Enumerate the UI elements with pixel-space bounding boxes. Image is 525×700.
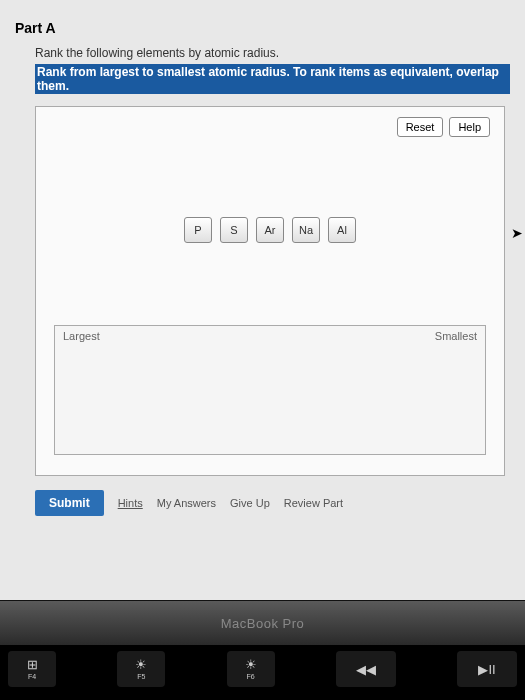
reset-button[interactable]: Reset bbox=[397, 117, 444, 137]
key-f5: ☀ F5 bbox=[117, 651, 165, 687]
keyboard-brightness-up-icon: ☀ bbox=[245, 658, 257, 671]
action-bar: Submit Hints My Answers Give Up Review P… bbox=[35, 490, 510, 516]
ranking-workspace: Reset Help P S Ar Na Al Largest Smallest bbox=[35, 106, 505, 476]
element-tile[interactable]: Al bbox=[328, 217, 356, 243]
keyboard-brightness-down-icon: ☀ bbox=[135, 658, 147, 671]
element-tiles-row: P S Ar Na Al bbox=[184, 217, 356, 243]
drop-label-largest: Largest bbox=[63, 330, 100, 342]
drop-label-smallest: Smallest bbox=[435, 330, 477, 342]
instruction-text: Rank from largest to smallest atomic rad… bbox=[35, 64, 510, 94]
ranking-drop-zone[interactable]: Largest Smallest bbox=[54, 325, 486, 455]
give-up-link[interactable]: Give Up bbox=[230, 497, 270, 509]
element-tile[interactable]: P bbox=[184, 217, 212, 243]
element-tile[interactable]: Ar bbox=[256, 217, 284, 243]
key-f4: ⊞ F4 bbox=[8, 651, 56, 687]
hints-link[interactable]: Hints bbox=[118, 497, 143, 509]
laptop-brand-bar: MacBook Pro bbox=[0, 600, 525, 645]
play-pause-icon: ▶II bbox=[478, 663, 495, 676]
cursor-icon: ➤ bbox=[511, 225, 523, 241]
help-button[interactable]: Help bbox=[449, 117, 490, 137]
key-play-pause: ▶II bbox=[457, 651, 517, 687]
element-tile[interactable]: Na bbox=[292, 217, 320, 243]
submit-button[interactable]: Submit bbox=[35, 490, 104, 516]
keyboard-strip: ⊞ F4 ☀ F5 ☀ F6 ◀◀ ▶II bbox=[0, 645, 525, 700]
my-answers-link[interactable]: My Answers bbox=[157, 497, 216, 509]
part-heading: Part A bbox=[15, 20, 510, 36]
question-text: Rank the following elements by atomic ra… bbox=[35, 46, 510, 60]
laptop-brand-text: MacBook Pro bbox=[221, 616, 305, 631]
key-rewind: ◀◀ bbox=[336, 651, 396, 687]
rewind-icon: ◀◀ bbox=[356, 663, 376, 676]
review-part-link[interactable]: Review Part bbox=[284, 497, 343, 509]
element-tile[interactable]: S bbox=[220, 217, 248, 243]
key-f6: ☀ F6 bbox=[227, 651, 275, 687]
launchpad-icon: ⊞ bbox=[27, 658, 38, 671]
